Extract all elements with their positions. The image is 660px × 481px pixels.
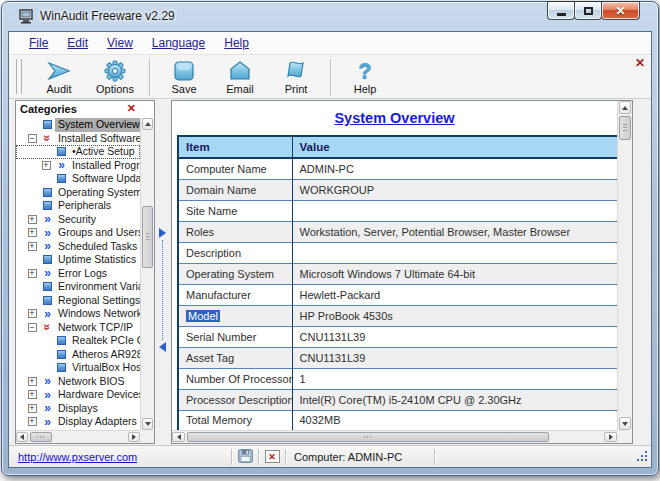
expand-plus-icon[interactable] xyxy=(28,377,37,386)
tree-vertical-scrollbar[interactable] xyxy=(140,118,154,430)
sidebar-item-uptime-statistics[interactable]: Uptime Statistics xyxy=(16,253,140,267)
sidebar-item-realtek-pcie-gbe[interactable]: Realtek PCIe GBE xyxy=(16,334,140,348)
sidebar-item-active-setup[interactable]: •Active Setup xyxy=(16,145,140,159)
resize-grip[interactable] xyxy=(635,449,648,464)
item-cell: Computer Name xyxy=(178,158,292,179)
tree-horizontal-scrollbar[interactable] xyxy=(16,430,140,443)
audit-button[interactable]: Audit xyxy=(31,56,87,98)
sidebar-item-operating-system[interactable]: Operating System xyxy=(16,186,140,200)
expand-plus-icon[interactable] xyxy=(28,228,37,237)
toolbar-close-x-icon[interactable]: ✕ xyxy=(635,57,645,69)
scroll-up-arrow[interactable] xyxy=(142,118,153,130)
sidebar-item-error-logs[interactable]: »Error Logs xyxy=(16,267,140,281)
sidebar-item-software-updates[interactable]: Software Updates xyxy=(16,172,140,186)
report-horizontal-scrollbar[interactable] xyxy=(172,430,617,443)
report-vertical-scrollbar[interactable] xyxy=(617,101,632,430)
sidebar-item-displays[interactable]: »Displays xyxy=(16,402,140,416)
chevron-collapsed-icon: » xyxy=(44,214,51,224)
categories-close-x-icon[interactable]: ✕ xyxy=(127,102,136,115)
chevron-collapsed-icon: » xyxy=(44,417,51,427)
sidebar-item-security[interactable]: »Security xyxy=(16,213,140,227)
splitter-collapse-left-icon[interactable] xyxy=(159,342,166,352)
sidebar-item-label: Environment Variable xyxy=(55,280,140,294)
expand-plus-icon[interactable] xyxy=(28,390,37,399)
table-row: Asset TagCNU1131L39 xyxy=(178,347,617,368)
sidebar-item-installed-software[interactable]: »Installed Software xyxy=(16,132,140,146)
collapse-minus-icon[interactable] xyxy=(28,134,37,143)
chevron-collapsed-icon: » xyxy=(44,268,51,278)
minimize-button[interactable] xyxy=(547,1,575,20)
options-button[interactable]: Options xyxy=(87,56,143,98)
splitter-dotted-line[interactable] xyxy=(162,240,163,340)
help-button[interactable]: ? Help xyxy=(337,56,393,98)
sidebar-item-groups-and-users[interactable]: »Groups and Users xyxy=(16,226,140,240)
panel-splitter[interactable] xyxy=(157,100,169,444)
tree-vscroll-thumb[interactable] xyxy=(142,206,153,268)
email-button[interactable]: Email xyxy=(212,56,268,98)
print-button[interactable]: Print xyxy=(268,56,324,98)
scrollbar-corner xyxy=(617,430,632,443)
sidebar-item-network-bios[interactable]: »Network BIOS xyxy=(16,375,140,389)
save-button[interactable]: Save xyxy=(156,56,212,98)
sidebar-item-atheros-ar9285-8[interactable]: Atheros AR9285 8 xyxy=(16,348,140,362)
menu-view[interactable]: View xyxy=(107,36,133,50)
item-cell: Domain Name xyxy=(178,179,292,200)
overview-table-body: Computer NameADMIN-PCDomain NameWORKGROU… xyxy=(178,158,617,430)
scroll-left-arrow[interactable] xyxy=(172,432,185,442)
value-cell: Microsoft Windows 7 Ultimate 64-bit xyxy=(292,263,617,284)
expand-plus-icon[interactable] xyxy=(28,309,37,318)
scroll-up-arrow[interactable] xyxy=(619,101,631,114)
sidebar-item-windows-network[interactable]: »Windows Network xyxy=(16,307,140,321)
scroll-right-arrow[interactable] xyxy=(604,432,617,442)
tree-hscroll-thumb[interactable] xyxy=(30,432,52,442)
report-vscroll-thumb[interactable] xyxy=(619,116,631,140)
sidebar-item-environment-variable[interactable]: Environment Variable xyxy=(16,280,140,294)
value-cell: WORKGROUP xyxy=(292,179,617,200)
sidebar-item-system-overview[interactable]: System Overview xyxy=(16,118,140,132)
scroll-down-arrow[interactable] xyxy=(619,417,631,430)
table-row: ManufacturerHewlett-Packard xyxy=(178,284,617,305)
sidebar-item-virtualbox-host-on[interactable]: VirtualBox Host-On xyxy=(16,361,140,375)
expand-plus-icon[interactable] xyxy=(28,215,37,224)
sidebar-item-installed-programs[interactable]: »Installed Programs xyxy=(16,159,140,173)
page-title[interactable]: System Overview xyxy=(172,110,617,126)
value-cell: CNU1131L39 xyxy=(292,347,617,368)
report-hscroll-thumb[interactable] xyxy=(187,432,549,442)
value-cell: CNU1131L39 xyxy=(292,326,617,347)
table-header-row: Item Value xyxy=(178,136,617,158)
close-button[interactable]: ✕ xyxy=(601,1,640,20)
sidebar-item-scheduled-tasks[interactable]: »Scheduled Tasks xyxy=(16,240,140,254)
sidebar-item-hardware-devices[interactable]: »Hardware Devices xyxy=(16,388,140,402)
print-icon xyxy=(285,59,307,82)
save-label: Save xyxy=(171,83,196,95)
table-row: Total Memory4032MB xyxy=(178,410,617,430)
expand-plus-icon[interactable] xyxy=(42,161,51,170)
toolbar-grip[interactable] xyxy=(16,59,22,94)
website-link[interactable]: http://www.pxserver.com xyxy=(18,451,137,463)
expand-plus-icon[interactable] xyxy=(28,417,37,426)
menu-file[interactable]: File xyxy=(29,36,48,50)
toolbar-separator xyxy=(149,59,150,96)
chevron-collapsed-icon: » xyxy=(44,376,51,386)
scroll-left-arrow[interactable] xyxy=(16,432,28,442)
sidebar-item-regional-settings[interactable]: Regional Settings xyxy=(16,294,140,308)
toolbar-separator xyxy=(330,59,331,96)
menu-language[interactable]: Language xyxy=(152,36,205,50)
sidebar-item-network-tcp-ip[interactable]: »Network TCP/IP xyxy=(16,321,140,335)
collapse-minus-icon[interactable] xyxy=(28,323,37,332)
sidebar-item-peripherals[interactable]: Peripherals xyxy=(16,199,140,213)
expand-plus-icon[interactable] xyxy=(28,404,37,413)
expand-plus-icon[interactable] xyxy=(28,242,37,251)
computer-status: Computer: ADMIN-PC xyxy=(294,451,402,463)
menu-help[interactable]: Help xyxy=(224,36,249,50)
expand-plus-icon[interactable] xyxy=(28,269,37,278)
maximize-button[interactable] xyxy=(574,1,602,20)
scroll-down-arrow[interactable] xyxy=(142,418,153,430)
scroll-right-arrow[interactable] xyxy=(128,432,140,442)
table-row: Computer NameADMIN-PC xyxy=(178,158,617,179)
titlebar[interactable]: WinAudit Freeware v2.29 ✕ xyxy=(2,2,658,31)
help-question-icon: ? xyxy=(358,59,371,82)
splitter-collapse-right-icon[interactable] xyxy=(159,228,166,238)
sidebar-item-display-adapters[interactable]: »Display Adapters xyxy=(16,415,140,429)
menu-edit[interactable]: Edit xyxy=(67,36,88,50)
